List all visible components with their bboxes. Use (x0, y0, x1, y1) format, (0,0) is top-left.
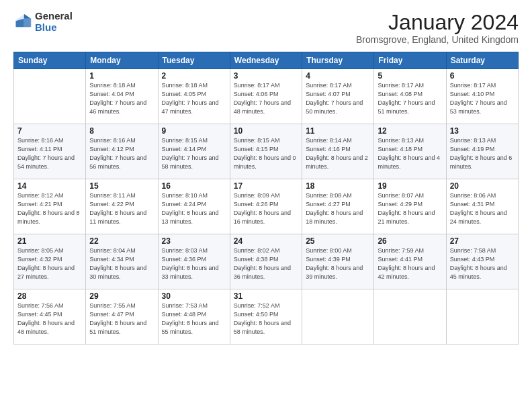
calendar-cell: 31Sunrise: 7:52 AMSunset: 4:50 PMDayligh… (230, 289, 302, 345)
day-info: Sunrise: 8:02 AMSunset: 4:38 PMDaylight:… (234, 246, 298, 281)
day-info: Sunrise: 8:14 AMSunset: 4:16 PMDaylight:… (306, 136, 370, 171)
day-number: 3 (234, 71, 298, 81)
day-info: Sunrise: 8:17 AMSunset: 4:08 PMDaylight:… (378, 81, 442, 116)
calendar-cell: 25Sunrise: 8:00 AMSunset: 4:39 PMDayligh… (302, 234, 374, 289)
day-info: Sunrise: 8:13 AMSunset: 4:18 PMDaylight:… (378, 136, 442, 171)
day-number: 7 (17, 126, 82, 136)
day-info: Sunrise: 8:03 AMSunset: 4:36 PMDaylight:… (162, 246, 226, 281)
day-info: Sunrise: 8:13 AMSunset: 4:19 PMDaylight:… (450, 136, 515, 171)
day-number: 14 (17, 181, 82, 191)
day-number: 28 (17, 291, 82, 301)
title-block: January 2024 Bromsgrove, England, United… (356, 11, 519, 45)
day-number: 19 (378, 181, 442, 191)
calendar-cell: 22Sunrise: 8:04 AMSunset: 4:34 PMDayligh… (86, 234, 158, 289)
day-info: Sunrise: 8:07 AMSunset: 4:29 PMDaylight:… (378, 191, 442, 226)
day-info: Sunrise: 8:04 AMSunset: 4:34 PMDaylight:… (89, 246, 154, 281)
week-row-3: 14Sunrise: 8:12 AMSunset: 4:21 PMDayligh… (14, 179, 519, 234)
day-info: Sunrise: 8:06 AMSunset: 4:31 PMDaylight:… (450, 191, 515, 226)
day-info: Sunrise: 8:12 AMSunset: 4:21 PMDaylight:… (17, 191, 82, 226)
col-thursday: Thursday (302, 52, 374, 69)
day-number: 17 (234, 181, 298, 191)
calendar-cell: 2Sunrise: 8:18 AMSunset: 4:05 PMDaylight… (158, 69, 230, 124)
col-saturday: Saturday (446, 52, 518, 69)
calendar-cell: 8Sunrise: 8:16 AMSunset: 4:12 PMDaylight… (86, 124, 158, 179)
calendar-cell: 10Sunrise: 8:15 AMSunset: 4:15 PMDayligh… (230, 124, 302, 179)
calendar-cell: 11Sunrise: 8:14 AMSunset: 4:16 PMDayligh… (302, 124, 374, 179)
day-info: Sunrise: 8:17 AMSunset: 4:10 PMDaylight:… (450, 81, 515, 116)
calendar-cell: 28Sunrise: 7:56 AMSunset: 4:45 PMDayligh… (14, 289, 86, 345)
day-info: Sunrise: 7:52 AMSunset: 4:50 PMDaylight:… (234, 302, 298, 336)
svg-marker-1 (24, 13, 32, 18)
day-info: Sunrise: 7:56 AMSunset: 4:45 PMDaylight:… (17, 302, 82, 336)
header-row: Sunday Monday Tuesday Wednesday Thursday… (14, 52, 519, 69)
col-tuesday: Tuesday (158, 52, 230, 69)
header: General Blue January 2024 Bromsgrove, En… (13, 11, 519, 45)
day-number: 6 (450, 71, 515, 81)
day-number: 22 (89, 236, 154, 246)
svg-marker-2 (24, 18, 32, 26)
day-number: 29 (89, 291, 154, 301)
calendar-cell: 26Sunrise: 7:59 AMSunset: 4:41 PMDayligh… (374, 234, 446, 289)
calendar-cell: 16Sunrise: 8:10 AMSunset: 4:24 PMDayligh… (158, 179, 230, 234)
calendar-cell (374, 289, 446, 345)
calendar-cell: 3Sunrise: 8:17 AMSunset: 4:06 PMDaylight… (230, 69, 302, 124)
calendar-cell: 21Sunrise: 8:05 AMSunset: 4:32 PMDayligh… (14, 234, 86, 289)
week-row-5: 28Sunrise: 7:56 AMSunset: 4:45 PMDayligh… (14, 289, 519, 345)
col-wednesday: Wednesday (230, 52, 302, 69)
day-info: Sunrise: 8:17 AMSunset: 4:07 PMDaylight:… (306, 81, 370, 116)
day-info: Sunrise: 8:15 AMSunset: 4:15 PMDaylight:… (234, 136, 298, 171)
logo-icon (13, 13, 32, 32)
day-number: 13 (450, 126, 515, 136)
day-number: 24 (234, 236, 298, 246)
calendar-cell: 27Sunrise: 7:58 AMSunset: 4:43 PMDayligh… (446, 234, 518, 289)
calendar-cell: 7Sunrise: 8:16 AMSunset: 4:11 PMDaylight… (14, 124, 86, 179)
calendar-title: January 2024 (356, 11, 519, 34)
calendar-cell (446, 289, 518, 345)
day-number: 11 (306, 126, 370, 136)
day-number: 15 (89, 181, 154, 191)
day-number: 23 (162, 236, 226, 246)
day-number: 20 (450, 181, 515, 191)
day-number: 10 (234, 126, 298, 136)
day-info: Sunrise: 8:09 AMSunset: 4:26 PMDaylight:… (234, 191, 298, 226)
week-row-4: 21Sunrise: 8:05 AMSunset: 4:32 PMDayligh… (14, 234, 519, 289)
day-number: 26 (378, 236, 442, 246)
calendar-cell: 4Sunrise: 8:17 AMSunset: 4:07 PMDaylight… (302, 69, 374, 124)
logo-text: General Blue (35, 11, 73, 33)
calendar-table: Sunday Monday Tuesday Wednesday Thursday… (13, 52, 519, 345)
logo-blue-text: Blue (35, 22, 73, 34)
day-info: Sunrise: 8:11 AMSunset: 4:22 PMDaylight:… (89, 191, 154, 226)
calendar-cell: 15Sunrise: 8:11 AMSunset: 4:22 PMDayligh… (86, 179, 158, 234)
logo-general-text: General (35, 11, 73, 22)
calendar-cell: 5Sunrise: 8:17 AMSunset: 4:08 PMDaylight… (374, 69, 446, 124)
day-number: 27 (450, 236, 515, 246)
day-number: 21 (17, 236, 82, 246)
calendar-cell: 6Sunrise: 8:17 AMSunset: 4:10 PMDaylight… (446, 69, 518, 124)
day-info: Sunrise: 8:18 AMSunset: 4:05 PMDaylight:… (162, 81, 226, 116)
calendar-cell: 9Sunrise: 8:15 AMSunset: 4:14 PMDaylight… (158, 124, 230, 179)
day-info: Sunrise: 7:53 AMSunset: 4:48 PMDaylight:… (162, 302, 226, 336)
day-number: 1 (89, 71, 154, 81)
day-info: Sunrise: 7:58 AMSunset: 4:43 PMDaylight:… (450, 246, 515, 281)
day-number: 25 (306, 236, 370, 246)
calendar-cell (14, 69, 86, 124)
calendar-location: Bromsgrove, England, United Kingdom (356, 34, 519, 45)
day-number: 5 (378, 71, 442, 81)
day-number: 31 (234, 291, 298, 301)
col-friday: Friday (374, 52, 446, 69)
calendar-cell: 23Sunrise: 8:03 AMSunset: 4:36 PMDayligh… (158, 234, 230, 289)
calendar-cell: 14Sunrise: 8:12 AMSunset: 4:21 PMDayligh… (14, 179, 86, 234)
day-info: Sunrise: 8:08 AMSunset: 4:27 PMDaylight:… (306, 191, 370, 226)
week-row-1: 1Sunrise: 8:18 AMSunset: 4:04 PMDaylight… (14, 69, 519, 124)
day-info: Sunrise: 7:59 AMSunset: 4:41 PMDaylight:… (378, 246, 442, 281)
day-number: 12 (378, 126, 442, 136)
day-number: 4 (306, 71, 370, 81)
week-row-2: 7Sunrise: 8:16 AMSunset: 4:11 PMDaylight… (14, 124, 519, 179)
day-number: 30 (162, 291, 226, 301)
calendar-cell (302, 289, 374, 345)
calendar-cell: 29Sunrise: 7:55 AMSunset: 4:47 PMDayligh… (86, 289, 158, 345)
day-info: Sunrise: 7:55 AMSunset: 4:47 PMDaylight:… (89, 302, 154, 336)
calendar-cell: 30Sunrise: 7:53 AMSunset: 4:48 PMDayligh… (158, 289, 230, 345)
calendar-cell: 18Sunrise: 8:08 AMSunset: 4:27 PMDayligh… (302, 179, 374, 234)
day-number: 18 (306, 181, 370, 191)
